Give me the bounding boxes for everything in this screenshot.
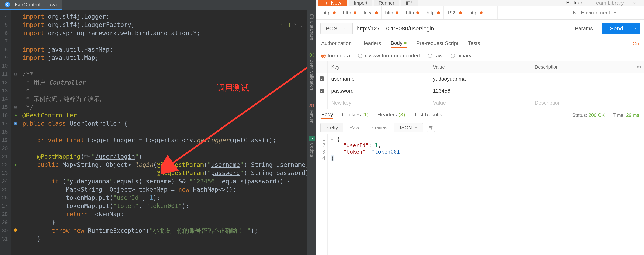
- response-status: Status: 200 OK Time: 29 ms: [572, 112, 639, 118]
- line-gutter: 4567891011121314151617181920212223242526…: [0, 10, 11, 255]
- kv-key[interactable]: username: [328, 73, 430, 85]
- send-dropdown[interactable]: [631, 23, 640, 34]
- tab-authorization[interactable]: Authorization: [321, 40, 352, 47]
- new-window-button[interactable]: ◧⁺: [401, 0, 418, 6]
- plus-icon: ＋: [324, 0, 329, 6]
- dirty-dot-icon: [459, 12, 462, 14]
- dirty-dot-icon: [375, 12, 378, 14]
- chevron-down-icon: [344, 25, 347, 32]
- view-raw[interactable]: Raw: [345, 123, 364, 132]
- view-pretty[interactable]: Pretty: [320, 123, 343, 132]
- tab-headers[interactable]: Headers: [361, 40, 381, 47]
- editor-tab-label: UserController.java: [12, 2, 57, 8]
- resp-tab-cookies[interactable]: Cookies (1): [342, 112, 368, 119]
- status-time: 29 ms: [626, 112, 639, 118]
- request-tab[interactable]: loca: [360, 6, 382, 20]
- cookies-link[interactable]: Co: [632, 40, 639, 47]
- response-toolbar: Pretty Raw Preview JSON: [316, 121, 644, 134]
- request-tab[interactable]: 192.: [444, 6, 466, 20]
- url-bar: POST Params Send: [316, 20, 644, 37]
- workspace-tabs: Builder Team Library ⟳: [564, 0, 644, 6]
- col-desc: Description: [531, 62, 633, 73]
- builder-tab[interactable]: Builder: [564, 0, 584, 6]
- dirty-dot-icon: [437, 12, 440, 14]
- postman-pane: ＋ New Import Runner ◧⁺ Builder Team Libr…: [316, 0, 644, 255]
- chevron-down-icon: [634, 26, 638, 31]
- dirty-dot-icon: [333, 12, 336, 14]
- request-tab[interactable]: http: [382, 6, 402, 20]
- sync-icon[interactable]: ⟳: [633, 1, 636, 5]
- kv-desc[interactable]: [531, 85, 633, 97]
- dirty-dot-icon: [480, 12, 482, 14]
- kv-value[interactable]: yudaoyuanma: [430, 73, 531, 85]
- url-input[interactable]: [352, 23, 570, 34]
- bulk-edit-icon[interactable]: •••: [633, 62, 644, 73]
- radio-raw[interactable]: raw: [428, 52, 443, 59]
- tool-maven[interactable]: m Maven: [309, 102, 314, 124]
- request-tab[interactable]: http: [319, 6, 340, 20]
- tool-bean-validation[interactable]: Bean Validation: [309, 52, 314, 90]
- request-tab[interactable]: http: [402, 6, 423, 20]
- wrap-icon: [428, 126, 433, 130]
- request-tab[interactable]: http: [340, 6, 360, 20]
- inspection-indicator[interactable]: 1 ⌃ ⌄: [280, 22, 302, 28]
- database-icon: [309, 14, 314, 20]
- kv-value[interactable]: 123456: [430, 85, 531, 97]
- request-tab[interactable]: http: [423, 6, 444, 20]
- tab-tests[interactable]: Tests: [468, 40, 480, 47]
- status-code: 200 OK: [588, 112, 605, 118]
- checkbox[interactable]: ✓: [320, 76, 324, 81]
- method-select[interactable]: POST: [320, 23, 352, 34]
- new-desc-input[interactable]: Description: [531, 97, 633, 109]
- java-class-icon: C: [5, 2, 10, 7]
- codota-icon: ≻: [309, 136, 314, 141]
- body-type-row: form-data x-www-form-urlencoded raw bina…: [316, 50, 644, 62]
- body-dirty-dot-icon: [404, 42, 406, 44]
- resp-tab-body[interactable]: Body: [321, 112, 333, 119]
- col-value: Value: [430, 62, 531, 73]
- radio-binary[interactable]: binary: [451, 52, 471, 59]
- response-code[interactable]: ▾ { "userId": 1, "token": "token001"}: [328, 134, 644, 255]
- kv-desc[interactable]: [531, 73, 633, 85]
- tab-body[interactable]: Body: [391, 40, 406, 48]
- response-body[interactable]: 1234 ▾ { "userId": 1, "token": "token001…: [316, 134, 644, 255]
- new-button[interactable]: ＋ New: [318, 0, 347, 6]
- resp-tab-headers[interactable]: Headers (3): [378, 112, 405, 119]
- checkbox[interactable]: ✓: [320, 88, 324, 93]
- dirty-dot-icon: [396, 12, 398, 14]
- wrap-lines-button[interactable]: [427, 124, 435, 132]
- kv-key[interactable]: password: [328, 85, 430, 97]
- kv-new-row[interactable]: New key Value Description: [316, 97, 644, 109]
- import-button[interactable]: Import: [349, 0, 372, 6]
- radio-form-data[interactable]: form-data: [321, 52, 350, 59]
- chevron-down-icon: [613, 10, 617, 16]
- tab-options-button[interactable]: ···: [498, 6, 509, 20]
- code-area[interactable]: 1 ⌃ ⌄ 调用测试 import org.slf4j.Logger;impor…: [20, 10, 316, 255]
- environment-select[interactable]: No Environment: [568, 6, 644, 20]
- response-tabs: Body Cookies (1) Headers (3) Test Result…: [316, 109, 644, 121]
- dirty-dot-icon: [354, 12, 356, 14]
- resp-tab-tests[interactable]: Test Results: [414, 112, 442, 119]
- kv-row[interactable]: ✓usernameyudaoyuanma: [316, 73, 644, 85]
- editor-area[interactable]: 4567891011121314151617181920212223242526…: [0, 10, 316, 255]
- format-select[interactable]: JSON: [394, 123, 423, 132]
- request-section-tabs: Authorization Headers Body Pre-request S…: [316, 37, 644, 50]
- team-library-tab[interactable]: Team Library: [592, 0, 625, 6]
- radio-urlencoded[interactable]: x-www-form-urlencoded: [358, 52, 420, 59]
- send-button[interactable]: Send: [602, 23, 631, 34]
- inspection-arrows: ⌃ ⌄: [294, 22, 302, 28]
- tab-prerequest[interactable]: Pre-request Script: [416, 40, 458, 47]
- view-preview[interactable]: Preview: [366, 123, 392, 132]
- tool-codota[interactable]: ≻ Codota: [309, 136, 314, 157]
- checkbox[interactable]: [320, 100, 324, 106]
- add-tab-button[interactable]: +: [486, 6, 498, 20]
- kv-row[interactable]: ✓password123456: [316, 85, 644, 97]
- runner-button[interactable]: Runner: [374, 0, 399, 6]
- maven-icon: m: [309, 102, 314, 109]
- request-tab[interactable]: http: [466, 6, 486, 20]
- new-value-input[interactable]: Value: [430, 97, 531, 109]
- params-button[interactable]: Params: [570, 23, 598, 34]
- new-key-input[interactable]: New key: [328, 97, 430, 109]
- tool-database[interactable]: Database: [309, 14, 314, 40]
- editor-tab-usercontroller[interactable]: C UserController.java: [0, 0, 62, 10]
